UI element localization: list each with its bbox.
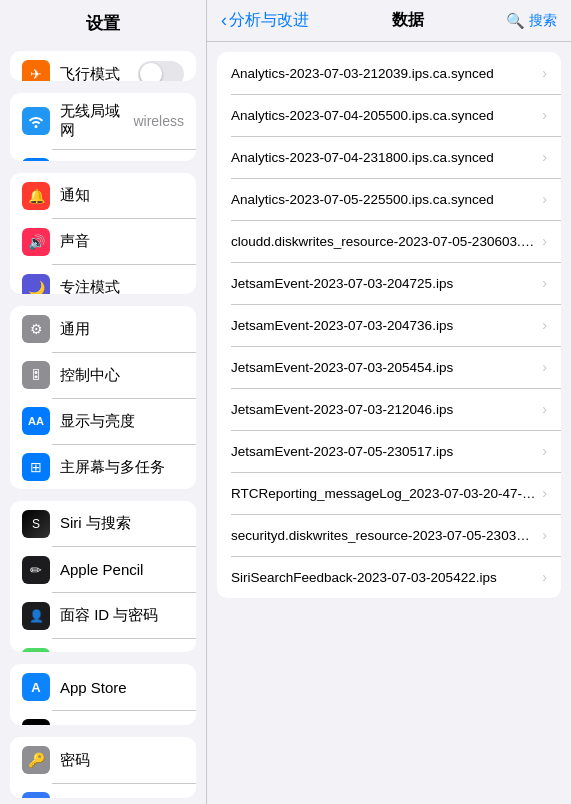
list-item-text: Analytics-2023-07-03-212039.ips.ca.synce…	[231, 66, 536, 81]
sidebar-label-appstore: App Store	[60, 679, 184, 696]
list-item[interactable]: RTCReporting_messageLog_2023-07-03-20-47…	[217, 472, 561, 514]
sidebar-label-applepencil: Apple Pencil	[60, 561, 184, 578]
list-item[interactable]: JetsamEvent-2023-07-03-205454.ips ›	[217, 346, 561, 388]
sidebar-item-control[interactable]: 🎛 控制中心	[10, 352, 196, 398]
list-chevron-icon: ›	[542, 443, 547, 459]
sidebar-label-wallet: 钱包与 Apple Pay	[60, 724, 184, 725]
list-item[interactable]: JetsamEvent-2023-07-05-230517.ips ›	[217, 430, 561, 472]
list-item[interactable]: Analytics-2023-07-04-231800.ips.ca.synce…	[217, 136, 561, 178]
list-item[interactable]: Analytics-2023-07-04-205500.ips.ca.synce…	[217, 94, 561, 136]
sidebar-item-homescreen[interactable]: ⊞ 主屏幕与多任务	[10, 444, 196, 488]
airplane-icon: ✈	[22, 60, 50, 81]
list-item[interactable]: JetsamEvent-2023-07-03-204725.ips ›	[217, 262, 561, 304]
sidebar-title: 设置	[0, 0, 206, 45]
sidebar-item-airplane[interactable]: ✈ 飞行模式	[10, 51, 196, 81]
list-chevron-icon: ›	[542, 317, 547, 333]
sound-icon: 🔊	[22, 228, 50, 256]
sidebar-group-2: 无线局域网 wireless 📶 蓝牙 打开	[10, 93, 196, 160]
general-icon: ⚙	[22, 315, 50, 343]
search-icon: 🔍	[506, 12, 525, 30]
list-item-text: Analytics-2023-07-04-205500.ips.ca.synce…	[231, 108, 536, 123]
list-chevron-icon: ›	[542, 275, 547, 291]
sidebar-group-3: 🔔 通知 🔊 声音 🌙 专注模式 ⏱ 屏幕使用时间	[10, 173, 196, 295]
list-item[interactable]: cloudd.diskwrites_resource-2023-07-05-23…	[217, 220, 561, 262]
display-icon: AA	[22, 407, 50, 435]
sidebar-label-password: 密码	[60, 751, 184, 770]
sidebar-label-siri: Siri 与搜索	[60, 514, 184, 533]
list-item-text: Analytics-2023-07-05-225500.ips.ca.synce…	[231, 192, 536, 207]
sidebar-item-sound[interactable]: 🔊 声音	[10, 219, 196, 265]
list-item-text: JetsamEvent-2023-07-03-204736.ips	[231, 318, 536, 333]
list-item-text: JetsamEvent-2023-07-05-230517.ips	[231, 444, 536, 459]
sidebar-item-password[interactable]: 🔑 密码	[10, 737, 196, 783]
sidebar-item-wifi[interactable]: 无线局域网 wireless	[10, 93, 196, 149]
sidebar-item-bluetooth[interactable]: 📶 蓝牙 打开	[10, 149, 196, 160]
list-chevron-icon: ›	[542, 107, 547, 123]
sidebar-item-appstore[interactable]: A App Store	[10, 664, 196, 710]
applepencil-icon: ✏	[22, 556, 50, 584]
sidebar-group-6: A App Store W 钱包与 Apple Pay	[10, 664, 196, 725]
back-chevron-icon: ‹	[221, 10, 227, 31]
sidebar-label-airplane: 飞行模式	[60, 65, 138, 82]
sidebar-item-notification[interactable]: 🔔 通知	[10, 173, 196, 219]
search-button[interactable]: 🔍 搜索	[506, 12, 557, 30]
panel-title: 数据	[317, 10, 498, 31]
sidebar-label-notification: 通知	[60, 186, 184, 205]
password-icon: 🔑	[22, 746, 50, 774]
list-item[interactable]: JetsamEvent-2023-07-03-212046.ips ›	[217, 388, 561, 430]
sidebar-item-focus[interactable]: 🌙 专注模式	[10, 265, 196, 295]
list-item-text: JetsamEvent-2023-07-03-212046.ips	[231, 402, 536, 417]
sidebar-group-5: S Siri 与搜索 ✏ Apple Pencil 👤 面容 ID 与密码 🔋 …	[10, 501, 196, 653]
focus-icon: 🌙	[22, 274, 50, 295]
list-item[interactable]: securityd.diskwrites_resource-2023-07-05…	[217, 514, 561, 556]
sidebar-group-1: ✈ 飞行模式	[10, 51, 196, 81]
sidebar-item-siri[interactable]: S Siri 与搜索	[10, 501, 196, 547]
control-icon: 🎛	[22, 361, 50, 389]
list-item-text: JetsamEvent-2023-07-03-205454.ips	[231, 360, 536, 375]
list-chevron-icon: ›	[542, 65, 547, 81]
airplane-toggle[interactable]	[138, 61, 184, 81]
sidebar-label-control: 控制中心	[60, 366, 184, 385]
sidebar-item-applepencil[interactable]: ✏ Apple Pencil	[10, 547, 196, 593]
list-item-text: RTCReporting_messageLog_2023-07-03-20-47…	[231, 486, 536, 501]
homescreen-icon: ⊞	[22, 453, 50, 481]
mail-icon: ✉	[22, 792, 50, 798]
bluetooth-icon: 📶	[22, 158, 50, 160]
sidebar-item-battery[interactable]: 🔋 电池	[10, 639, 196, 653]
sidebar-label-mail: 邮件	[60, 797, 184, 798]
list-item[interactable]: Analytics-2023-07-03-212039.ips.ca.synce…	[217, 52, 561, 94]
notification-icon: 🔔	[22, 182, 50, 210]
back-button[interactable]: ‹ 分析与改进	[221, 10, 309, 31]
search-label: 搜索	[529, 12, 557, 30]
battery-icon: 🔋	[22, 648, 50, 653]
list-item-text: SiriSearchFeedback-2023-07-03-205422.ips	[231, 570, 536, 585]
list-item[interactable]: SiriSearchFeedback-2023-07-03-205422.ips…	[217, 556, 561, 598]
sidebar-item-faceid[interactable]: 👤 面容 ID 与密码	[10, 593, 196, 639]
sidebar: 设置 ✈ 飞行模式 无线局域网 wireless 📶 蓝牙 打开 🔔 通知	[0, 0, 207, 804]
sidebar-item-mail[interactable]: ✉ 邮件	[10, 783, 196, 798]
sidebar-label-homescreen: 主屏幕与多任务	[60, 458, 184, 477]
sidebar-item-general[interactable]: ⚙ 通用	[10, 306, 196, 352]
list-chevron-icon: ›	[542, 233, 547, 249]
list-item-text: Analytics-2023-07-04-231800.ips.ca.synce…	[231, 150, 536, 165]
faceid-icon: 👤	[22, 602, 50, 630]
list-chevron-icon: ›	[542, 401, 547, 417]
sidebar-label-general: 通用	[60, 320, 184, 339]
sidebar-item-display[interactable]: AA 显示与亮度	[10, 398, 196, 444]
list-item[interactable]: Analytics-2023-07-05-225500.ips.ca.synce…	[217, 178, 561, 220]
sidebar-label-faceid: 面容 ID 与密码	[60, 606, 184, 625]
list-item-text: securityd.diskwrites_resource-2023-07-05…	[231, 528, 536, 543]
sidebar-label-display: 显示与亮度	[60, 412, 184, 431]
wifi-value: wireless	[133, 113, 184, 129]
right-header: ‹ 分析与改进 数据 🔍 搜索	[207, 0, 571, 42]
wifi-icon	[22, 107, 50, 135]
list-chevron-icon: ›	[542, 485, 547, 501]
list-item[interactable]: JetsamEvent-2023-07-03-204736.ips ›	[217, 304, 561, 346]
wallet-icon: W	[22, 719, 50, 725]
list-chevron-icon: ›	[542, 149, 547, 165]
list-chevron-icon: ›	[542, 359, 547, 375]
sidebar-item-wallet[interactable]: W 钱包与 Apple Pay	[10, 710, 196, 725]
appstore-icon: A	[22, 673, 50, 701]
sidebar-label-wifi: 无线局域网	[60, 102, 133, 140]
list-item-text: cloudd.diskwrites_resource-2023-07-05-23…	[231, 234, 536, 249]
